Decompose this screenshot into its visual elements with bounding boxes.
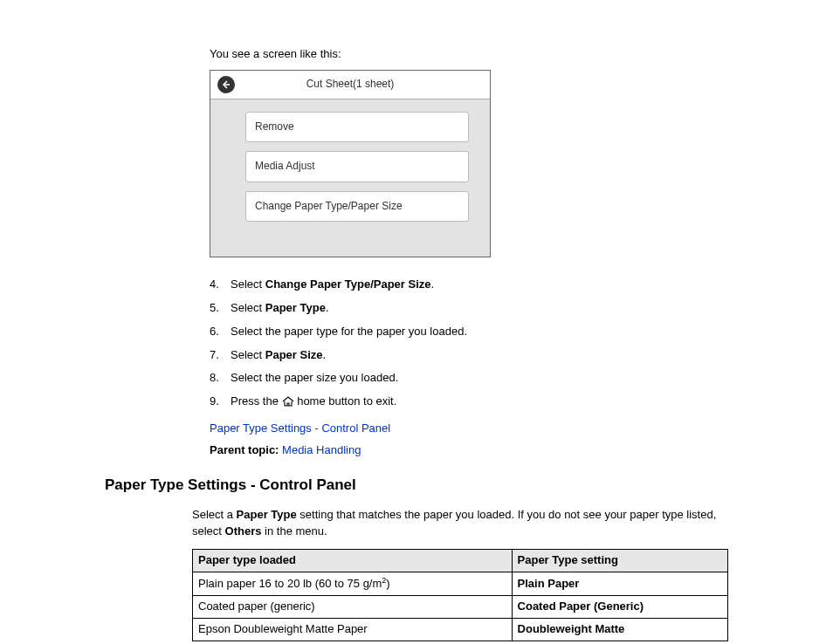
panel-body: Remove Media Adjust Change Paper Type/Pa… <box>210 99 490 257</box>
panel-item-media-adjust: Media Adjust <box>245 151 469 182</box>
step-5: 5. Select Paper Type. <box>210 300 728 317</box>
table-cell: Coated Paper (Generic) <box>512 596 727 619</box>
parent-topic-label: Parent topic: <box>210 443 282 456</box>
home-icon <box>282 395 294 412</box>
table-cell: Epson Doubleweight Matte Paper <box>193 618 513 641</box>
panel-title: Cut Sheet(1 sheet) <box>217 77 483 92</box>
link-media-handling[interactable]: Media Handling <box>282 443 361 456</box>
table-cell: Coated paper (generic) <box>193 596 513 619</box>
panel-item-remove: Remove <box>245 112 469 142</box>
paper-type-table: Paper type loaded Paper Type setting Pla… <box>192 549 728 641</box>
step-text: Select Change Paper Type/Paper Size. <box>231 277 434 293</box>
step-text: Press the home button to exit. <box>231 394 396 412</box>
step-6: 6. Select the paper type for the paper y… <box>210 324 728 340</box>
link-paper-type-settings[interactable]: Paper Type Settings - Control Panel <box>210 421 390 435</box>
table-row: Epson Doubleweight Matte Paper Doublewei… <box>193 618 728 641</box>
parent-topic: Parent topic: Media Handling <box>210 442 728 459</box>
step-4: 4. Select Change Paper Type/Paper Size. <box>210 277 728 293</box>
step-number: 6. <box>210 324 231 340</box>
step-8: 8. Select the paper size you loaded. <box>210 370 728 387</box>
step-number: 8. <box>210 370 231 387</box>
step-text: Select the paper size you loaded. <box>231 370 398 387</box>
table-cell: Plain paper 16 to 20 lb (60 to 75 g/m2) <box>193 572 513 595</box>
step-number: 7. <box>210 347 231 364</box>
section-heading: Paper Type Settings - Control Panel <box>105 475 728 497</box>
table-header-row: Paper type loaded Paper Type setting <box>193 550 728 572</box>
step-text: Select the paper type for the paper you … <box>231 324 467 340</box>
step-9: 9. Press the home button to exit. <box>210 394 728 412</box>
table-header: Paper type loaded <box>193 550 513 572</box>
table-cell: Plain Paper <box>512 572 727 595</box>
step-number: 5. <box>210 300 231 317</box>
step-text: Select Paper Size. <box>231 347 326 364</box>
table-row: Plain paper 16 to 20 lb (60 to 75 g/m2) … <box>193 572 728 595</box>
panel-item-change-paper: Change Paper Type/Paper Size <box>245 191 469 222</box>
panel-header: Cut Sheet(1 sheet) <box>210 71 490 99</box>
table-row: Coated paper (generic) Coated Paper (Gen… <box>193 596 728 619</box>
step-7: 7. Select Paper Size. <box>210 347 728 364</box>
step-number: 4. <box>210 277 231 293</box>
control-panel-screenshot: Cut Sheet(1 sheet) Remove Media Adjust C… <box>210 70 491 257</box>
table-cell: Doubleweight Matte <box>512 618 727 641</box>
table-header: Paper Type setting <box>512 550 727 572</box>
step-list: 4. Select Change Paper Type/Paper Size. … <box>210 277 728 412</box>
step-number: 9. <box>210 394 231 412</box>
section-description: Select a Paper Type setting that matches… <box>192 507 728 540</box>
step-text: Select Paper Type. <box>231 300 329 317</box>
intro-text: You see a screen like this: <box>210 46 728 63</box>
